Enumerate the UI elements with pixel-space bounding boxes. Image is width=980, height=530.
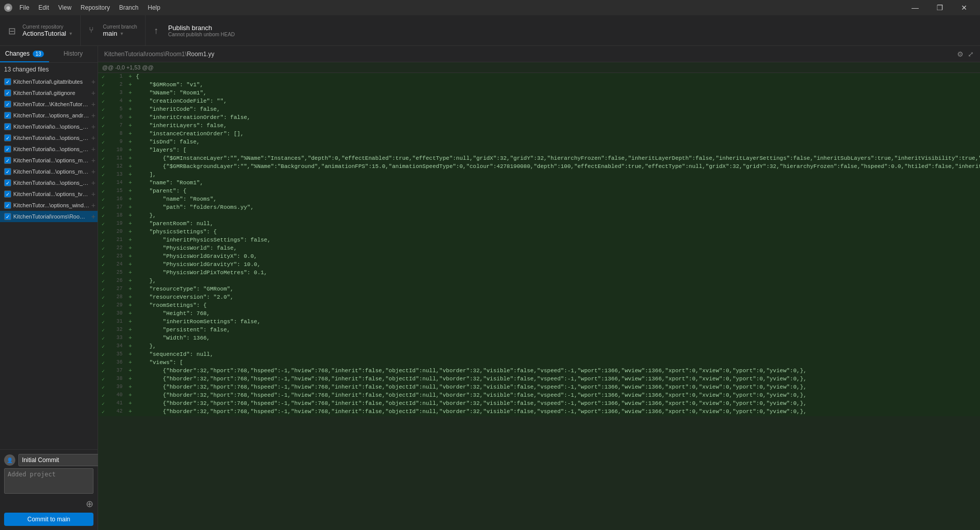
file-add-button[interactable]: + bbox=[91, 100, 95, 108]
line-number: 38 bbox=[108, 375, 127, 383]
line-number: 26 bbox=[108, 277, 127, 285]
file-item[interactable]: ✓ KitchenTutorial\rooms\Room1.yy + bbox=[0, 211, 98, 222]
settings-icon[interactable]: ⚙ bbox=[957, 50, 964, 58]
line-number: 36 bbox=[108, 359, 127, 367]
file-checkbox[interactable]: ✓ bbox=[4, 146, 11, 153]
file-item[interactable]: ✓ KitchenTutorial\o...\options_linux.yy … bbox=[0, 143, 98, 155]
line-check: ✓ bbox=[98, 228, 108, 236]
file-add-button[interactable]: + bbox=[91, 123, 95, 131]
tab-changes[interactable]: Changes 13 bbox=[0, 46, 49, 62]
line-marker: + bbox=[127, 163, 134, 171]
line-code: }, bbox=[134, 343, 980, 351]
line-code: "parent": { bbox=[134, 187, 980, 196]
file-item[interactable]: ✓ KitchenTutorial\o...\options_html5.yy … bbox=[0, 121, 98, 132]
file-add-button[interactable]: + bbox=[91, 190, 95, 198]
file-item[interactable]: ✓ KitchenTutorial\.gitattributes + bbox=[0, 76, 98, 87]
file-checkbox[interactable]: ✓ bbox=[4, 78, 11, 85]
line-marker: + bbox=[127, 147, 134, 155]
file-checkbox[interactable]: ✓ bbox=[4, 123, 11, 130]
file-item[interactable]: ✓ KitchenTutorial\.gitignore + bbox=[0, 87, 98, 99]
diff-line: ✓ 1 + { bbox=[98, 73, 980, 81]
menu-view[interactable]: View bbox=[54, 3, 76, 12]
line-marker: + bbox=[127, 130, 134, 138]
line-code: {"$GMRBackgroundLayer":"","%Name":"Backg… bbox=[134, 163, 980, 171]
tab-history[interactable]: History bbox=[49, 46, 98, 62]
file-checkbox[interactable]: ✓ bbox=[4, 179, 11, 186]
file-checkbox[interactable]: ✓ bbox=[4, 202, 11, 209]
file-name: KitchenTutorial\o...\options_ios.yy bbox=[13, 135, 89, 141]
file-item[interactable]: ✓ KitchenTutorial...\options_mac.yy + bbox=[0, 155, 98, 166]
diff-line: ✓ 27 + "resourceType": "GMRoom", bbox=[98, 285, 980, 294]
line-code: "path": "folders/Rooms.yy", bbox=[134, 204, 980, 212]
file-checkbox[interactable]: ✓ bbox=[4, 101, 11, 108]
line-check: ✓ bbox=[98, 285, 108, 294]
file-add-button[interactable]: + bbox=[91, 212, 95, 221]
file-checkbox[interactable]: ✓ bbox=[4, 190, 11, 198]
file-add-button[interactable]: + bbox=[91, 134, 95, 142]
file-add-button[interactable]: + bbox=[91, 156, 95, 164]
diff-line: ✓ 25 + "PhysicsWorldPixToMetres": 0.1, bbox=[98, 269, 980, 277]
avatar: 👤 bbox=[4, 454, 15, 466]
line-code: "PhysicsWorld": false, bbox=[134, 245, 980, 253]
line-code: {"hborder":32,"hport":768,"hspeed":-1,"h… bbox=[134, 392, 980, 400]
file-add-button[interactable]: + bbox=[91, 179, 95, 187]
line-number: 30 bbox=[108, 310, 127, 318]
file-item[interactable]: ✓ KitchenTutorial...\options_tvos.yy + bbox=[0, 188, 98, 200]
file-item[interactable]: ✓ KitchenTutor...\options_android.yy + bbox=[0, 110, 98, 121]
menu-repository[interactable]: Repository bbox=[77, 3, 114, 12]
file-add-button[interactable]: + bbox=[91, 78, 95, 86]
line-code: "layers": [ bbox=[134, 147, 980, 155]
file-item[interactable]: ✓ KitchenTutorial\o...\options_operagx.y… bbox=[0, 177, 98, 188]
branch-section[interactable]: ⑂ Current branch main ▾ bbox=[81, 15, 146, 45]
diff-line: ✓ 26 + }, bbox=[98, 277, 980, 285]
commit-button[interactable]: Commit to main bbox=[4, 513, 93, 526]
diff-line: ✓ 22 + "PhysicsWorld": false, bbox=[98, 245, 980, 253]
expand-icon[interactable]: ⤢ bbox=[968, 50, 974, 58]
menu-branch[interactable]: Branch bbox=[115, 3, 142, 12]
file-add-button[interactable]: + bbox=[91, 111, 95, 119]
line-number: 16 bbox=[108, 196, 127, 204]
repo-name: ActionsTutorial bbox=[22, 30, 66, 37]
file-checkbox[interactable]: ✓ bbox=[4, 89, 11, 97]
diff-line: ✓ 12 + {"$GMRBackgroundLayer":"","%Name"… bbox=[98, 163, 980, 171]
maximize-button[interactable]: ❐ bbox=[928, 0, 951, 15]
commit-summary-input[interactable] bbox=[18, 454, 102, 466]
file-add-button[interactable]: + bbox=[91, 167, 95, 176]
line-code: "physicsSettings": { bbox=[134, 228, 980, 236]
close-button[interactable]: ✕ bbox=[952, 0, 976, 15]
file-item[interactable]: ✓ KitchenTutorial...\options_main.yy + bbox=[0, 166, 98, 177]
line-marker: + bbox=[127, 73, 134, 81]
line-code: "Height": 768, bbox=[134, 310, 980, 318]
menu-file[interactable]: File bbox=[15, 3, 33, 12]
file-add-button[interactable]: + bbox=[91, 201, 95, 209]
line-marker: + bbox=[127, 392, 134, 400]
diff-line: ✓ 20 + "physicsSettings": { bbox=[98, 228, 980, 236]
file-checkbox[interactable]: ✓ bbox=[4, 157, 11, 164]
branch-name: main bbox=[103, 30, 117, 37]
line-marker: + bbox=[127, 114, 134, 122]
file-item[interactable]: ✓ KitchenTutorial\o...\options_ios.yy + bbox=[0, 132, 98, 143]
repo-section[interactable]: ⊟ Current repository ActionsTutorial ▾ bbox=[0, 15, 81, 45]
branch-info: Current branch main ▾ bbox=[103, 24, 137, 37]
line-number: 25 bbox=[108, 269, 127, 277]
publish-section[interactable]: ↑ Publish branch Cannot publish unbom HE… bbox=[146, 24, 980, 37]
file-add-button[interactable]: + bbox=[91, 89, 95, 97]
file-checkbox[interactable]: ✓ bbox=[4, 134, 11, 141]
commit-desc-input[interactable] bbox=[4, 468, 93, 494]
diff-content[interactable]: ✓ 1 + { ✓ 2 + "$GMRoom": "v1", ✓ 3 + "%N… bbox=[98, 73, 980, 530]
menu-help[interactable]: Help bbox=[144, 3, 164, 12]
menu-edit[interactable]: Edit bbox=[34, 3, 53, 12]
file-item[interactable]: ✓ KitchenTutor...\KitchenTutorial.yyp + bbox=[0, 99, 98, 110]
file-add-button[interactable]: + bbox=[91, 145, 95, 153]
line-code: "inheritRoomSettings": false, bbox=[134, 318, 980, 326]
line-number: 19 bbox=[108, 220, 127, 228]
line-code: "inheritPhysicsSettings": false, bbox=[134, 236, 980, 245]
diff-line: ✓ 2 + "$GMRoom": "v1", bbox=[98, 81, 980, 89]
file-checkbox[interactable]: ✓ bbox=[4, 168, 11, 175]
file-checkbox[interactable]: ✓ bbox=[4, 112, 11, 119]
file-item[interactable]: ✓ KitchenTutor...\options_windows.yy + bbox=[0, 200, 98, 211]
add-coauthor-button[interactable]: ⊕ bbox=[86, 498, 93, 510]
line-check: ✓ bbox=[98, 375, 108, 383]
minimize-button[interactable]: — bbox=[903, 0, 927, 15]
file-checkbox[interactable]: ✓ bbox=[4, 213, 11, 220]
